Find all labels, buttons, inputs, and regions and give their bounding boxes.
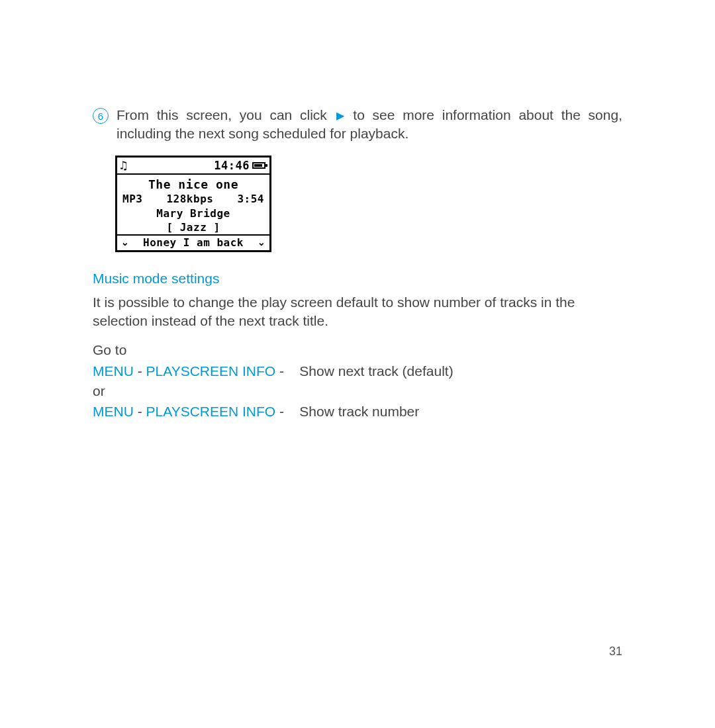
section-heading-music-mode: Music mode settings	[93, 271, 622, 287]
music-mode-description: It is possible to change the play screen…	[93, 293, 622, 331]
step-6-text: From this screen, you can click ▶ to see…	[117, 106, 622, 144]
step-number-badge: 6	[93, 108, 109, 124]
track-title: The nice one	[117, 175, 269, 193]
playscreen-keyword: PLAYSCREEN INFO	[146, 363, 276, 379]
clock-time: 14:46	[214, 159, 250, 172]
menu-keyword: MENU	[93, 404, 134, 419]
track-meta-row: MP3 128kbps 3:54	[117, 193, 269, 206]
playscreen-keyword: PLAYSCREEN INFO	[146, 404, 276, 419]
genre-name: [ Jazz ]	[117, 220, 269, 234]
chevron-down-icon: ⌄	[258, 237, 266, 248]
play-icon: ▶	[336, 109, 344, 123]
option-number: Show track number	[299, 404, 419, 419]
menu-keyword: MENU	[93, 363, 134, 379]
step-6-row: 6 From this screen, you can click ▶ to s…	[93, 106, 622, 144]
manual-page: 6 From this screen, you can click ▶ to s…	[0, 0, 715, 728]
audio-format: MP3	[122, 193, 142, 205]
page-number: 31	[609, 645, 622, 659]
player-screen-mock: ♫ 14:46 The nice one MP3 128kbps 3:54 Ma…	[115, 156, 271, 252]
menu-path-default: MENU - PLAYSCREEN INFO - Show next track…	[93, 361, 622, 381]
menu-path-number: MENU - PLAYSCREEN INFO - Show track numb…	[93, 402, 622, 422]
next-track-title: Honey I am back	[143, 236, 244, 249]
step-text-part1: From this screen, you can click	[117, 107, 335, 122]
status-right: 14:46	[214, 159, 265, 172]
goto-label: Go to	[93, 341, 622, 359]
next-track-row: ⌄ Honey I am back ⌄	[117, 234, 269, 250]
artist-name: Mary Bridge	[117, 206, 269, 220]
or-label: or	[93, 381, 622, 401]
option-default: Show next track (default)	[299, 363, 453, 379]
player-status-bar: ♫ 14:46	[117, 158, 269, 175]
audio-bitrate: 128kbps	[166, 193, 213, 205]
chevron-down-icon: ⌄	[121, 237, 130, 248]
music-note-icon: ♫	[120, 159, 127, 171]
battery-icon	[252, 162, 265, 169]
track-duration: 3:54	[237, 193, 264, 205]
